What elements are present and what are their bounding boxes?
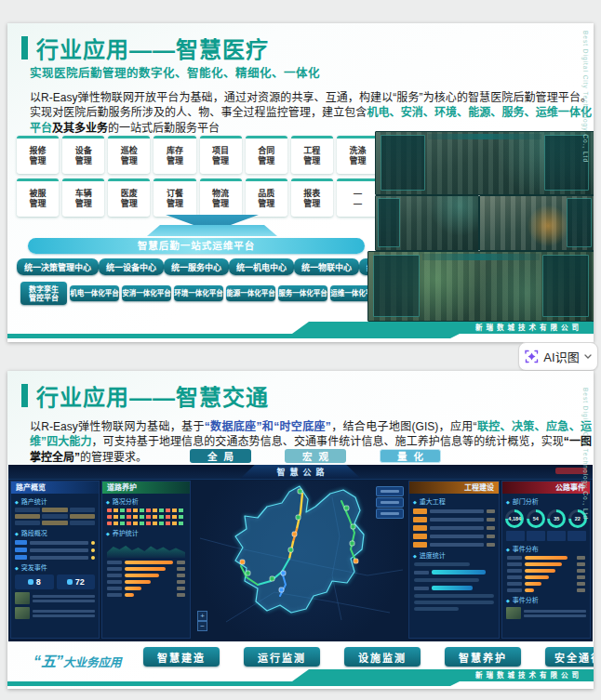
module-card-line2: — xyxy=(354,199,362,209)
platform-button: 安消一体化平台 xyxy=(122,285,171,301)
view-tab: 全局 xyxy=(190,449,251,463)
module-card-line1: 工程 xyxy=(303,146,320,156)
stat-chip: 72 xyxy=(57,575,96,589)
module-card: 洗涤 管理 xyxy=(337,136,379,174)
ai-recognize-button[interactable]: AI识图 xyxy=(518,342,598,371)
region-outline xyxy=(235,486,364,613)
company-ribbon: 新瑞数城技术有限公司 xyxy=(292,322,594,334)
para-segment: ，可支持基于地理信息的交通态势信息、交通事件统计信息、施工养护信息等的统计概览，… xyxy=(91,435,563,448)
unified-center-button: 统一机电中心 xyxy=(229,258,294,275)
unified-center-button: 统一决策管理中心 xyxy=(17,258,99,275)
module-card-line1: — xyxy=(354,189,362,199)
ai-button-label: AI识图 xyxy=(543,348,579,365)
business-label: “五”大业务应用 xyxy=(33,649,122,671)
footer-band xyxy=(7,681,460,686)
stat-chip-value: 8 xyxy=(36,577,41,587)
module-card: 车辆 管理 xyxy=(62,178,104,217)
ring-gauge-value: 22 xyxy=(568,509,587,528)
business-button: 运行监测 xyxy=(244,647,320,667)
module-card: 报修 管理 xyxy=(17,136,59,174)
module-card: 报表 管理 xyxy=(291,178,333,217)
unified-center-button: 统一服务中心 xyxy=(164,258,229,275)
module-card-line2: 管理 xyxy=(212,156,229,166)
stat-chip-value: 72 xyxy=(75,577,85,587)
module-card-line1: 医废 xyxy=(121,189,138,199)
platforms-row: 数字孪生 管控平台 机电一体化平台 安消一体化平台 环境一体化平台 能源一体化平… xyxy=(20,282,380,305)
business-button: 智慧建造 xyxy=(143,647,220,667)
module-card-line2: 管理 xyxy=(167,199,183,209)
unified-center-button: 统一设备中心 xyxy=(99,258,164,275)
module-card-line2: 管理 xyxy=(30,199,47,209)
module-card-line1: 洗涤 xyxy=(349,146,366,156)
para-segment: 的管理要求。 xyxy=(80,451,147,464)
module-card-line2: 管理 xyxy=(303,156,320,166)
view-tabs: 全局 宏观 量化 xyxy=(190,449,441,463)
dashboard-left-hud xyxy=(378,198,400,246)
module-card-line1: 库存 xyxy=(167,146,183,156)
platform-button-line1: 数字孪生 xyxy=(29,285,59,294)
para-segment: 以R-Easy弹性物联网为基础，基于 xyxy=(30,420,205,433)
view-tab-label: 全局 xyxy=(207,449,240,463)
panel-road-maintenance: 道路养护 路况分析 养护统计 xyxy=(101,481,191,639)
hospital-dashboard-image-3 xyxy=(479,195,594,251)
module-card: 订餐 管理 xyxy=(154,178,195,217)
module-card-line2: 管理 xyxy=(212,199,229,209)
ai-scan-icon xyxy=(525,350,539,363)
sub-header: 养护统计 xyxy=(106,528,186,537)
platform-button: 机电一体化平台 xyxy=(70,285,119,301)
module-card-line2: 管理 xyxy=(121,156,138,166)
map-graphic xyxy=(193,481,407,639)
slide-smart-healthcare[interactable]: 行业应用——智慧医疗 实现医院后勤管理的数字化、智能化、精细化、一体化 以R-E… xyxy=(7,23,594,342)
sub-header: 部门分析 xyxy=(506,496,586,506)
footer-band xyxy=(7,334,460,338)
ring-gauge-value: 35 xyxy=(547,509,566,528)
panel-road-events: 公路事件 部门分析 4,184543522 事件分布 事件分析 xyxy=(501,481,591,639)
module-card-line1: 车辆 xyxy=(75,189,92,199)
company-ribbon: 新瑞数城技术有限公司 xyxy=(292,669,594,681)
ring-gauge: 54 xyxy=(527,509,545,528)
business-buttons: 智慧建造运行监测设施监测智慧养护安全通行服务 xyxy=(143,647,594,667)
platform-button-line1: 服务一体化平台 xyxy=(278,289,327,297)
panel-header: 公路事件 xyxy=(502,482,590,494)
module-card-line1: 被服 xyxy=(30,189,47,199)
platform-button: 数字孪生 管控平台 xyxy=(20,282,67,305)
ring-gauge-value: 54 xyxy=(527,509,545,528)
slide1-titlebar: 行业应用——智慧医疗 xyxy=(21,32,269,64)
sub-header: 事件分析 xyxy=(506,595,586,604)
slide-smart-transport[interactable]: 行业应用——智慧交通 以R-Easy弹性物联网为基础，基于“数据底座”和“时空底… xyxy=(7,371,594,689)
module-card-line1: 报修 xyxy=(30,146,47,156)
ring-gauge: 4,184 xyxy=(505,509,524,528)
dashboard-title: 智慧公路 xyxy=(276,466,328,478)
hospital-dashboard-image-4 xyxy=(367,251,594,322)
module-card: 合同 管理 xyxy=(246,136,287,174)
title-accent-bar xyxy=(21,36,28,59)
sub-header: 路段概况 xyxy=(15,528,95,537)
module-card-line1: 合同 xyxy=(258,146,274,156)
view-tab-label: 量化 xyxy=(397,449,430,463)
side-company-text: Best Digital City Technology Co., Ltd xyxy=(582,31,589,163)
para-segment-bold: 及其多业务 xyxy=(52,122,108,135)
dashboard-right-hud xyxy=(567,198,591,246)
ring-gauge: 35 xyxy=(547,509,566,528)
business-button: 安全通行服务 xyxy=(545,647,594,667)
sub-header: 进度统计 xyxy=(413,550,495,560)
module-grid: 报修 管理 设备 管理 巡检 管理 库存 管理 项目 管理 xyxy=(17,136,379,217)
platform-banner: 智慧后勤一站式运维平台 xyxy=(28,238,365,254)
panel-header: 工程建设 xyxy=(409,482,499,494)
funnel-shape-bottom xyxy=(147,225,277,236)
para-segment-blue: “数据底座”和“时空底座” xyxy=(205,420,331,433)
module-card-line2: 管理 xyxy=(121,199,138,209)
para-segment: 的一站式后勤服务平台 xyxy=(108,122,220,135)
module-card: — — xyxy=(337,178,379,217)
module-card-line2: 管理 xyxy=(349,156,366,166)
module-card: 被服 管理 xyxy=(17,178,59,217)
module-card-line2: 管理 xyxy=(167,156,183,166)
panel-header: 道路养护 xyxy=(102,482,190,494)
module-card-line2: 管理 xyxy=(258,199,274,209)
chevron-down-icon xyxy=(584,354,592,359)
view-tab: 量化 xyxy=(380,449,441,463)
map-legend-chip xyxy=(376,486,404,496)
slide2-title: 行业应用——智慧交通 xyxy=(36,379,269,412)
zoom-out-icon: − xyxy=(197,621,207,631)
module-card-line2: 管理 xyxy=(30,156,47,166)
